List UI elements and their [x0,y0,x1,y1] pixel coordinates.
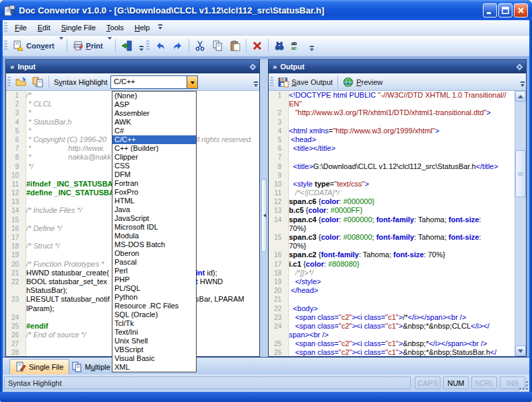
undo-button[interactable] [152,38,169,53]
menu-item-file[interactable]: File [9,22,32,34]
exit-icon [121,40,132,51]
menubar-grip[interactable] [4,22,7,33]
convert-dropdown-button[interactable] [58,38,65,54]
splitter-collapse-handle[interactable] [261,179,267,252]
maximize-button[interactable] [498,3,512,18]
syntax-option[interactable]: Java [112,205,196,214]
syntax-option[interactable]: AWK [112,118,196,127]
output-panel-header[interactable]: » Output [269,60,526,73]
delete-button[interactable] [248,38,266,53]
print-icon [73,40,84,51]
syntax-option[interactable]: Oberon [112,249,196,258]
convert-file-button[interactable] [30,75,46,89]
convert-button[interactable]: Convert [9,38,58,53]
exit-button[interactable] [118,38,135,53]
menubar-overflow-button[interactable] [156,22,164,34]
code-row: span><br /> [269,331,514,339]
output-panel-title: Output [280,63,304,71]
toolbar-overflow-button[interactable] [254,81,258,89]
syntax-option[interactable]: PL/SQL [112,284,196,293]
syntax-option[interactable]: C++ (Builder) [112,144,196,153]
menu-item-single-file[interactable]: Single File [56,22,101,34]
toolbar-grip[interactable] [146,40,149,51]
menu-item-edit[interactable]: Edit [32,22,56,34]
syntax-option[interactable]: SQL (Oracle) [112,310,196,319]
syntax-option[interactable]: Modula [112,232,196,240]
toolbar-overflow-button[interactable] [521,81,525,89]
toolbar-grip[interactable] [7,77,11,88]
syntax-option[interactable]: C/C++ [112,135,196,144]
syntax-combobox-value[interactable]: C/C++ [111,76,187,88]
find-icon [274,40,285,51]
scrollbar-thumb[interactable] [515,150,526,197]
menu-item-tools[interactable]: Tools [101,22,129,34]
preview-button[interactable]: Preview [340,75,385,89]
syntax-option[interactable]: VBScript [112,345,196,354]
syntax-dropdown-list[interactable]: (None)ASPAssemblerAWKC#C/C++C++ (Builder… [112,91,197,372]
syntax-option[interactable]: HTML [112,197,196,205]
cut-icon [195,40,205,51]
open-file-button[interactable] [13,75,30,89]
save-output-label: Save Output [292,78,333,86]
titlebar[interactable]: Doc Convertor v1.0.0 - [G:\Download\CLCL… [0,0,532,20]
copy-button[interactable] [209,38,226,53]
syntax-option[interactable]: Fortran [112,179,196,188]
close-button[interactable] [514,3,528,18]
toolbar-overflow-button[interactable] [139,46,143,53]
toolbar-overflow-button[interactable] [310,46,314,53]
syntax-option[interactable]: Text/Ini [112,328,196,337]
syntax-combobox[interactable]: C/C++ [110,75,198,89]
print-button[interactable]: Print [69,38,106,53]
toolbar-grip[interactable] [4,40,7,51]
syntax-option[interactable]: ASP [112,100,196,109]
print-dropdown-button[interactable] [106,38,113,54]
panel-splitter[interactable] [260,59,268,357]
syntax-option[interactable]: Resource .RC Files [112,302,196,310]
panel-pin-icon[interactable] [250,63,257,70]
syntax-option[interactable]: Unix Shell [112,337,196,345]
scroll-up-button[interactable] [515,91,526,102]
output-editor[interactable]: 1<!DOCTYPE html PUBLIC "-//W3C//DTD XHTM… [269,91,514,356]
syntax-option[interactable]: FoxPro [112,188,196,197]
syntax-option[interactable]: C# [112,127,196,135]
syntax-option[interactable]: JavaScript [112,214,196,223]
code-row: 13b.c5 {color: #0000FF} [269,206,514,215]
syntax-option[interactable]: Clipper [112,153,196,162]
minimize-button[interactable] [483,3,497,18]
code-row: 11 /*<![CDATA[*/ [269,189,514,197]
save-output-button[interactable]: <h Save Output [275,75,335,89]
syntax-option[interactable]: CSS [112,162,196,170]
cut-button[interactable] [191,38,209,53]
syntax-option[interactable]: Python [112,293,196,302]
syntax-option[interactable]: PHP [112,275,196,284]
toolbar-edit: ab ac [145,37,315,55]
code-row: 12span.c6 {color: #000000} [269,197,514,206]
syntax-combobox-dropdown-button[interactable] [187,76,197,88]
syntax-option[interactable]: Pascal [112,258,196,267]
menu-item-help[interactable]: Help [129,22,156,34]
separator [48,75,49,89]
find-button[interactable] [271,38,288,53]
scroll-down-button[interactable] [515,345,526,356]
tab-single-file[interactable]: Single File [9,359,69,374]
redo-button[interactable] [169,38,187,53]
panel-pin-icon[interactable] [517,63,523,70]
toolbar-grip[interactable] [270,77,273,88]
syntax-option[interactable]: XML [112,363,196,372]
chevron-left-icon [261,213,266,217]
code-row: 70%} [269,242,514,250]
resize-grip[interactable] [520,382,528,390]
syntax-option[interactable]: MS-DOS Batch [112,240,196,249]
paste-button[interactable] [226,38,244,53]
syntax-option[interactable]: Visual Basic [112,354,196,363]
syntax-option[interactable]: Tcl/Tk [112,319,196,328]
syntax-option[interactable]: Perl [112,267,196,275]
input-panel-header[interactable]: » Input [6,60,259,73]
replace-button[interactable]: ab ac [288,38,306,53]
output-scrollbar[interactable] [514,91,526,356]
syntax-option[interactable]: Microsoft IDL [112,223,196,232]
syntax-option[interactable]: DFM [112,170,196,179]
syntax-option[interactable]: (None) [112,92,196,100]
code-row: 8 <title>G:\Download\CLCL v1.12\clcl112_… [269,162,514,171]
syntax-option[interactable]: Assembler [112,109,196,118]
